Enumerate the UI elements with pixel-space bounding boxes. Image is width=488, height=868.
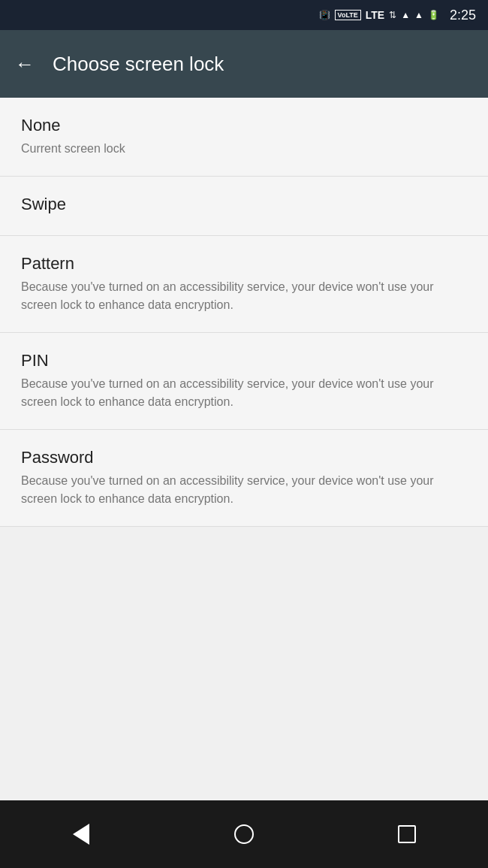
lte-icon: LTE bbox=[366, 9, 384, 21]
signal-arrows-icon: ⇅ bbox=[389, 10, 396, 20]
nav-home-button[interactable] bbox=[221, 812, 267, 857]
password-subtitle: Because you've turned on an accessibilit… bbox=[21, 472, 467, 508]
status-bar: 📳 VoLTE LTE ⇅ ▲ ▲ 🔋 2:25 bbox=[0, 0, 488, 30]
list-item-none[interactable]: None Current screen lock bbox=[0, 98, 488, 177]
nav-home-icon bbox=[234, 824, 254, 844]
pin-title: PIN bbox=[21, 351, 467, 370]
list-item-swipe[interactable]: Swipe bbox=[0, 177, 488, 236]
nav-back-button[interactable] bbox=[59, 812, 104, 857]
app-bar: ← Choose screen lock bbox=[0, 30, 488, 98]
none-title: None bbox=[21, 116, 467, 135]
screen-lock-options-list: None Current screen lock Swipe Pattern B… bbox=[0, 98, 488, 800]
battery-icon: 🔋 bbox=[428, 10, 439, 20]
signal-bar-1-icon: ▲ bbox=[401, 10, 410, 20]
none-subtitle: Current screen lock bbox=[21, 140, 467, 158]
list-item-pattern[interactable]: Pattern Because you've turned on an acce… bbox=[0, 236, 488, 333]
swipe-title: Swipe bbox=[21, 195, 467, 214]
pattern-title: Pattern bbox=[21, 254, 467, 274]
back-arrow-icon: ← bbox=[15, 53, 35, 76]
list-item-pin[interactable]: PIN Because you've turned on an accessib… bbox=[0, 333, 488, 430]
nav-recents-icon bbox=[398, 825, 416, 843]
nav-recents-button[interactable] bbox=[384, 812, 429, 857]
list-item-password[interactable]: Password Because you've turned on an acc… bbox=[0, 430, 488, 527]
nav-back-icon bbox=[73, 824, 89, 845]
pattern-subtitle: Because you've turned on an accessibilit… bbox=[21, 278, 467, 314]
password-title: Password bbox=[21, 448, 467, 467]
nav-bar bbox=[0, 800, 488, 868]
pin-subtitle: Because you've turned on an accessibilit… bbox=[21, 375, 467, 411]
volte-icon: VoLTE bbox=[335, 10, 361, 20]
status-icons: 📳 VoLTE LTE ⇅ ▲ ▲ 🔋 2:25 bbox=[319, 8, 476, 23]
page-title: Choose screen lock bbox=[53, 53, 224, 76]
vibrate-icon: 📳 bbox=[319, 10, 330, 20]
signal-bar-2-icon: ▲ bbox=[414, 10, 423, 20]
back-button[interactable]: ← bbox=[15, 53, 35, 76]
status-time: 2:25 bbox=[450, 8, 476, 23]
